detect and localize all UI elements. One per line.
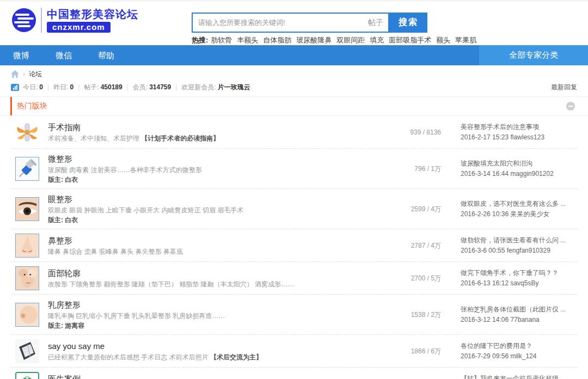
forum-title[interactable]: say you say me <box>48 340 384 352</box>
moderator-label: 版主: <box>48 216 63 224</box>
hot-search-term[interactable]: 苹果肌 <box>455 36 476 44</box>
site-logo[interactable]: 中国整形美容论坛 cnzxmr.com <box>11 7 138 33</box>
stat-value: 0 <box>39 83 43 91</box>
expert-category-button[interactable]: 全部专家分类 <box>479 45 588 65</box>
stat-label: 会员: <box>133 83 148 91</box>
latest-post-meta[interactable]: 2016-6-13 16:12 savq5sBy <box>461 278 577 289</box>
globe-logo-icon <box>11 7 37 33</box>
surgery-guide-icon <box>15 120 39 144</box>
section-header: 热门版块 <box>0 96 588 116</box>
description-segment: 玻尿酸 肉毒素 注射美容……各种非手术方式的微整形 <box>48 166 202 174</box>
eye-icon <box>15 197 39 221</box>
search-scope-select[interactable]: 帖子 <box>363 14 388 32</box>
forum-counts: 796 / 1万 <box>384 164 441 174</box>
description-segment: 双眼皮 眼袋 肿眼泡 上睑下垂 小眼开大 内眦赘皮矫正 切眉 眉毛手术 <box>48 206 243 214</box>
breadcrumb: › 论坛 <box>0 67 588 81</box>
latest-post-meta[interactable]: 2016-2-17 15:23 flawless123 <box>461 132 577 143</box>
forum-moderator[interactable]: 版主: 白衣 <box>48 175 384 185</box>
forum-counts: 1538 / 2万 <box>384 310 441 320</box>
latest-post-title[interactable]: 做肋软骨，请张医生看看有什么问 ... <box>461 235 577 246</box>
description-segment: 【术后交流为主】 <box>210 353 262 361</box>
moderator-label: 版主: <box>48 322 63 329</box>
latest-post-meta[interactable]: 2016-3-14 16:44 maggin901202 <box>461 169 577 179</box>
face-contour-icon <box>15 266 39 290</box>
forum-latest-post: 玻尿酸填充太阳穴和泪沟 2016-3-14 16:44 maggin901202 <box>461 158 577 179</box>
hot-search-terms: 肋软骨丰额头自体脂肪玻尿酸隆鼻双眼间距填充面部吸脂手术额头苹果肌 <box>211 36 481 44</box>
stat-separator: | <box>175 83 177 91</box>
latest-post-meta[interactable]: 2016-7-29 09:56 milk_124 <box>461 351 577 362</box>
hot-search-term[interactable]: 填充 <box>370 36 384 44</box>
forum-description: 双眼皮 眼袋 肿眼泡 上睑下垂 小眼开大 内眦赘皮矫正 切眉 眉毛手术 <box>48 205 384 215</box>
forum-row: 乳房整形 隆乳丰胸 巨乳缩小 乳房下垂 乳头乳晕整形 乳房缺损再造…… 版主: … <box>11 295 577 335</box>
breast-icon <box>15 303 39 327</box>
forum-row: 面部轮廓 改脸形 下颌角整形 颧骨整形 隆颏（垫下巴） 颊脂垫 隆颞（丰太阳穴）… <box>11 262 577 295</box>
latest-reply-link[interactable]: 最新回复 <box>551 83 577 92</box>
stat-value: 0 <box>70 83 74 91</box>
bar-chart-icon <box>11 84 19 91</box>
forum-latest-post: 做完下颌角手术，你下垂了吗？？ 2016-6-13 16:12 savq5sBy <box>461 268 577 289</box>
search-button[interactable]: 搜索 <box>389 13 427 33</box>
forum-row: say you say me 已经积累了大量原创的术后感想 手术日志 术前术后照… <box>11 335 577 368</box>
forum-row: 眼整形 双眼皮 眼袋 肿眼泡 上睑下垂 小眼开大 内眦赘皮矫正 切眉 眉毛手术 … <box>11 189 577 229</box>
hot-search-term[interactable]: 自体脂肪 <box>263 36 291 44</box>
nav-item[interactable]: 帮助 <box>85 45 127 65</box>
hot-search-term[interactable]: 额头 <box>436 36 450 44</box>
description-segment: 【计划手术者的必读指南】 <box>141 135 219 142</box>
latest-post-title[interactable]: 张柏芝乳房各体位截图（此图片仅 ... <box>461 304 577 315</box>
latest-post-meta[interactable]: 2016-2-26 10:36 呆呆的美少女 <box>461 209 577 219</box>
search-input[interactable] <box>193 14 363 32</box>
forum-title[interactable]: 面部轮廓 <box>48 267 384 279</box>
hot-search-line: 热搜:肋软骨丰额头自体脂肪玻尿酸隆鼻双眼间距填充面部吸脂手术额头苹果肌 <box>192 35 481 45</box>
forum-description: 隆鼻 鼻综合 歪鼻 驼峰鼻 鼻头 鼻尖整形 鼻基底 <box>48 247 384 256</box>
notebook-icon <box>15 339 39 363</box>
moderator-name[interactable]: 白衣 <box>65 176 78 184</box>
hot-search-term[interactable]: 面部吸脂手术 <box>389 36 431 44</box>
latest-post-meta[interactable]: 2016-3-12 14:06 77banana <box>461 315 577 325</box>
description-segment: 隆乳丰胸 巨乳缩小 乳房下垂 乳头乳晕整形 乳房缺损再造…… <box>48 312 225 320</box>
forum-row: 鼻整形 隆鼻 鼻综合 歪鼻 驼峰鼻 鼻头 鼻尖整形 鼻基底 2787 / 4万 … <box>11 229 577 262</box>
hot-search-term[interactable]: 双眼间距 <box>336 36 365 44</box>
forum-title[interactable]: 乳房整形 <box>48 299 384 310</box>
latest-post-title[interactable]: 美容整形手术后的注意事项 <box>461 122 577 132</box>
forum-moderator[interactable]: 版主: 游离容 <box>48 321 384 331</box>
moderator-name[interactable]: 白衣 <box>65 216 78 224</box>
description-segment: 术前准备、术中须知、术后护理 <box>48 135 141 142</box>
latest-post-title[interactable]: 【转】我也来发一个前后变化超级 ... <box>461 374 577 379</box>
forum-title[interactable]: 医生案例 <box>48 373 384 379</box>
latest-post-title[interactable]: 做完下颌角手术，你下垂了吗？？ <box>461 268 577 278</box>
forum-counts: 1866 / 6万 <box>384 347 441 356</box>
forum-description: 隆乳丰胸 巨乳缩小 乳房下垂 乳头乳晕整形 乳房缺损再造…… <box>48 311 384 321</box>
latest-post-meta[interactable]: 2016-3-6 00:55 fengfan910329 <box>461 246 577 256</box>
forum-list: 手术指南 术前准备、术中须知、术后护理 【计划手术者的必读指南】 939 / 8… <box>0 116 588 379</box>
collapse-icon[interactable] <box>566 102 575 111</box>
latest-post-title[interactable]: 做双眼皮，选不对医生竟有这么多 ... <box>461 199 577 209</box>
hot-search-term[interactable]: 肋软骨 <box>211 36 232 44</box>
forum-description: 术前准备、术中须知、术后护理 【计划手术者的必读指南】 <box>48 133 384 143</box>
stats-bar: 今日:0|昨日:0|帖子:450189|会员:314759|欢迎新会员:片一玫瑰… <box>0 81 588 94</box>
nav-item[interactable]: 微博 <box>0 45 42 65</box>
forum-description: 玻尿酸 肉毒素 注射美容……各种非手术方式的微整形 <box>48 165 384 175</box>
forum-counts: 2599 / 4万 <box>384 205 441 214</box>
stat-label: 今日: <box>23 83 38 91</box>
main-navbar: 微博微信帮助 全部专家分类 <box>0 45 588 65</box>
forum-title[interactable]: 眼整形 <box>48 193 384 205</box>
forum-title[interactable]: 微整形 <box>48 153 384 164</box>
hot-search-term[interactable]: 玻尿酸隆鼻 <box>296 36 332 44</box>
forum-title[interactable]: 鼻整形 <box>48 235 384 246</box>
stat-label: 欢迎新会员: <box>181 83 216 91</box>
forum-moderator[interactable]: 版主: 白衣 <box>48 216 384 225</box>
forum-title[interactable]: 手术指南 <box>48 121 384 133</box>
site-header: 中国整形美容论坛 cnzxmr.com 帖子 搜索 热搜:肋软骨丰额头自体脂肪玻… <box>0 0 588 45</box>
moderator-name[interactable]: 游离容 <box>65 322 84 329</box>
nose-icon <box>15 234 39 258</box>
nav-item[interactable]: 微信 <box>42 45 85 65</box>
stats-items: 今日:0|昨日:0|帖子:450189|会员:314759|欢迎新会员:片一玫瑰… <box>23 83 250 92</box>
stat-separator: | <box>127 83 128 91</box>
home-icon[interactable] <box>11 70 19 78</box>
latest-post-title[interactable]: 玻尿酸填充太阳穴和泪沟 <box>461 158 577 169</box>
hot-search-label: 热搜: <box>192 36 208 44</box>
forum-latest-post: 【转】我也来发一个前后变化超级 ... 2016-1-22 19:52 wx_P… <box>461 374 577 379</box>
breadcrumb-forum[interactable]: 论坛 <box>29 70 42 79</box>
latest-post-title[interactable]: 各位的隆下巴的费用是？ <box>461 341 577 351</box>
hot-search-term[interactable]: 丰额头 <box>237 36 258 44</box>
